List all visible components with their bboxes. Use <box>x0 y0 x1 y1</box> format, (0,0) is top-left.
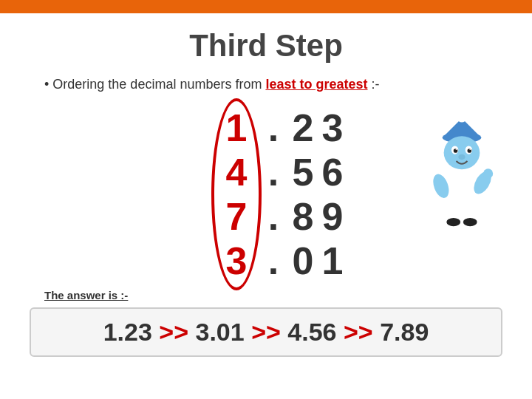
svg-point-18 <box>463 218 477 226</box>
dec2-3: 9 <box>322 197 344 236</box>
answer-label: The answer is :- <box>44 289 532 301</box>
svg-point-14 <box>483 168 493 178</box>
dec2-2: 6 <box>322 153 344 191</box>
dot-3: . <box>268 197 279 236</box>
svg-point-8 <box>456 149 457 150</box>
subtitle-text: • Ordering the decimal numbers from leas… <box>44 77 532 92</box>
answer-sep3: >> <box>344 318 380 346</box>
svg-point-10 <box>458 154 465 160</box>
int-1: 1 <box>226 109 248 147</box>
dec2-4: 1 <box>322 242 344 280</box>
dot-4: . <box>268 242 279 280</box>
dec1-2: 5 <box>293 153 314 191</box>
svg-point-11 <box>446 172 479 214</box>
subtitle-prefix: Ordering the decimal numbers from <box>52 77 265 92</box>
dec2-1: 3 <box>322 109 344 147</box>
int-3: 7 <box>226 197 248 236</box>
main-content: 1 . 2 3 4 . 5 6 7 . 8 9 3 . 0 1 <box>0 106 532 283</box>
svg-point-6 <box>454 149 458 153</box>
dec1-3: 8 <box>293 197 314 236</box>
answer-num3: 4.56 <box>287 318 336 346</box>
dec1-1: 2 <box>293 109 314 147</box>
svg-point-7 <box>468 149 472 153</box>
answer-sep2: >> <box>251 318 287 346</box>
svg-point-9 <box>469 149 471 150</box>
svg-point-17 <box>446 218 460 226</box>
int-2: 4 <box>226 153 248 191</box>
dot-2: . <box>268 153 279 191</box>
dec1-4: 0 <box>293 242 314 280</box>
dot-1: . <box>268 109 279 147</box>
numbers-grid: 1 . 2 3 4 . 5 6 7 . 8 9 3 . 0 1 <box>214 106 347 283</box>
orange-header-bar <box>0 0 532 13</box>
bullet: • <box>44 77 52 92</box>
answer-num4: 7.89 <box>380 318 429 346</box>
answer-sep1: >> <box>159 318 195 346</box>
answer-num2: 3.01 <box>196 318 245 346</box>
answer-num1: 1.23 <box>103 318 152 346</box>
answer-text: 1.23 >> 3.01 >> 4.56 >> 7.89 <box>103 318 429 346</box>
page-title: Third Step <box>0 22 532 64</box>
subtitle-highlight: least to greatest <box>265 77 367 92</box>
int-4: 3 <box>226 242 248 280</box>
subtitle-suffix: :- <box>372 77 380 92</box>
smurf-character <box>414 113 510 231</box>
answer-box: 1.23 >> 3.01 >> 4.56 >> 7.89 <box>30 307 502 357</box>
